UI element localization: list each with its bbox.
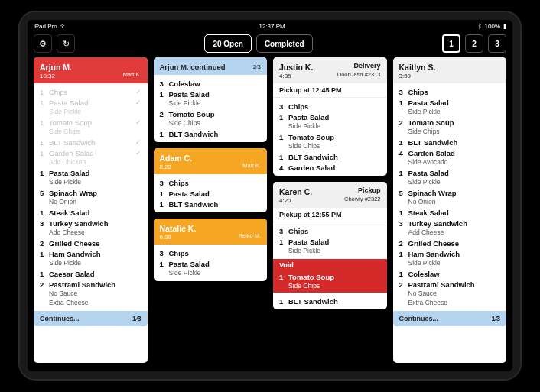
ticket-arjun[interactable]: Arjun M. 10:32 Matt K. 1Chips✓1Pasta Sal… (34, 57, 148, 363)
item-qty: 3 (160, 249, 169, 258)
ticket-line[interactable]: 1Pasta Salad (273, 112, 387, 122)
ticket-line[interactable]: 5Spinach Wrap (393, 187, 507, 198)
ticket-line[interactable]: 2Pastrami Sandwich (393, 279, 507, 290)
item-modifier: No Sauce (34, 290, 148, 299)
item-qty: 3 (160, 179, 169, 187)
ticket-body: 3Chips1Pasta Salad1BLT Sandwich (154, 174, 268, 212)
ticket-line[interactable]: 1Caesar Salad (34, 268, 148, 279)
continues-bar[interactable]: Continues... 1⁄3 (34, 311, 148, 326)
item-name: Pasta Salad (408, 169, 501, 177)
gear-icon: ⚙ (39, 39, 47, 49)
void-line[interactable]: 1Tomato Soup (273, 271, 387, 282)
column: Arjun M. continued 2⁄3 3Coleslaw1Pasta S… (154, 57, 268, 363)
ticket-line[interactable]: 1Pasta Salad (393, 167, 507, 178)
item-modifier: Side Pickle (273, 247, 387, 256)
item-qty: 4 (399, 149, 408, 157)
ticket-line[interactable]: 1Garden Salad✓ (34, 147, 148, 158)
ticket-line[interactable]: 3Turkey Sandwich (34, 218, 148, 228)
item-modifier: Add Chicken (34, 158, 148, 167)
item-modifier: Extra Cheese (34, 299, 148, 308)
item-name: Pasta Salad (408, 99, 501, 107)
continues-bar[interactable]: Continues... 1⁄3 (393, 311, 507, 326)
ticket-karen[interactable]: Karen C. 4:20 Pickup Chowly #2322 Pickup… (273, 182, 387, 309)
pickup-note: Pickup at 12:45 PM (273, 83, 387, 98)
item-name: Chips (288, 102, 381, 111)
ticket-line[interactable]: 3Chips (393, 86, 507, 97)
status-bar: iPad Pro ᯤ 12:37 PM ᛒ 100% ▮ (28, 20, 512, 31)
item-qty: 2 (40, 239, 49, 248)
ticket-line[interactable]: 1BLT Sandwich✓ (34, 137, 148, 147)
customer-name: Kaitlyn S. (399, 63, 501, 72)
ticket-line[interactable]: 1Tomato Soup (273, 131, 387, 142)
ticket-line[interactable]: 1Pasta Salad (34, 167, 148, 178)
ticket-natalie[interactable]: Natalie K. 6:38 Reiko M. 3Chips1Pasta Sa… (154, 219, 268, 281)
page-3-button[interactable]: 3 (488, 34, 506, 53)
ticket-line[interactable]: 1Steak Salad (34, 207, 148, 218)
ticket-line[interactable]: 1BLT Sandwich (273, 296, 387, 306)
ticket-line[interactable]: 3Chips (273, 101, 387, 112)
ticket-line[interactable]: 5Spinach Wrap (34, 187, 148, 198)
ticket-line[interactable]: 1Pasta Salad (273, 236, 387, 247)
ticket-line[interactable]: 2Pastrami Sandwich (34, 279, 148, 290)
page-1-button[interactable]: 1 (442, 34, 460, 53)
ticket-line[interactable]: 1BLT Sandwich (393, 137, 507, 147)
ticket-line[interactable]: 3Chips (154, 248, 268, 258)
tab-open[interactable]: 20 Open (204, 34, 251, 53)
ticket-line[interactable]: 1Ham Sandwich (34, 248, 148, 259)
ticket-line[interactable]: 1BLT Sandwich (154, 199, 268, 209)
pickup-note: Pickup at 12:55 PM (273, 208, 387, 222)
item-name: Chips (169, 179, 262, 187)
ticket-line[interactable]: 1Pasta Salad✓ (34, 97, 148, 108)
refresh-button[interactable]: ↻ (57, 34, 75, 53)
item-name: Coleslaw (408, 270, 501, 278)
ticket-line[interactable]: 3Chips (154, 177, 268, 188)
screen: iPad Pro ᯤ 12:37 PM ᛒ 100% ▮ ⚙ ↻ 20 Open… (28, 20, 512, 371)
clock: 12:37 PM (259, 23, 285, 30)
ticket-line[interactable]: 1BLT Sandwich (154, 128, 268, 139)
ticket-line[interactable]: 2Grilled Cheese (34, 238, 148, 248)
ticket-header: Adam C. 8:22 Matt K. (154, 148, 268, 174)
ticket-line[interactable]: 2Tomato Soup (393, 117, 507, 128)
ticket-line[interactable]: 1Steak Salad (393, 207, 507, 218)
page-2-button[interactable]: 2 (465, 34, 483, 53)
ticket-line[interactable]: 4Garden Salad (273, 162, 387, 173)
ticket-line[interactable]: 1Tomato Soup✓ (34, 117, 148, 128)
ticket-line[interactable]: 2Tomato Soup (154, 109, 268, 119)
item-qty: 1 (399, 99, 408, 107)
provider-label: DoorDash #2313 (337, 71, 381, 78)
refresh-icon: ↻ (63, 39, 70, 49)
item-qty: 1 (40, 250, 49, 258)
item-qty: 3 (279, 102, 288, 111)
ticket-line[interactable]: 3Coleslaw (154, 78, 268, 89)
ticket-line[interactable]: 1Pasta Salad (154, 188, 268, 199)
item-name: Chips (408, 88, 501, 96)
item-name: Tomato Soup (49, 118, 135, 127)
item-modifier: Side Pickle (273, 122, 387, 131)
ticket-justin[interactable]: Justin K. 4:35 Delivery DoorDash #2313 P… (273, 57, 387, 176)
ticket-line[interactable]: 1Coleslaw (393, 268, 507, 279)
item-modifier: Side Pickle (393, 178, 507, 187)
tab-completed[interactable]: Completed (256, 34, 313, 53)
ticket-line[interactable]: 1Chips✓ (34, 86, 148, 97)
item-qty: 1 (40, 88, 49, 96)
ticket-line[interactable]: 1Pasta Salad (154, 258, 268, 269)
page-fraction: 1⁄3 (491, 315, 500, 322)
ticket-line[interactable]: 3Turkey Sandwich (393, 218, 507, 228)
ticket-line[interactable]: 2Grilled Cheese (393, 238, 507, 248)
ticket-line[interactable]: 1Pasta Salad (393, 97, 507, 108)
item-qty: 5 (40, 189, 49, 197)
item-name: Pasta Salad (169, 190, 262, 198)
ticket-arjun-continued[interactable]: Arjun M. continued 2⁄3 3Coleslaw1Pasta S… (154, 57, 268, 142)
ticket-kaitlyn[interactable]: Kaitlyn S. 3:59 3Chips1Pasta SaladSide P… (393, 57, 507, 363)
item-modifier: No Onion (393, 198, 507, 207)
item-qty: 4 (279, 164, 288, 172)
ticket-line[interactable]: 3Chips (273, 225, 387, 236)
ticket-adam[interactable]: Adam C. 8:22 Matt K. 3Chips1Pasta Salad1… (154, 148, 268, 212)
check-icon: ✓ (135, 149, 142, 157)
ticket-line[interactable]: 1Ham Sandwich (393, 248, 507, 259)
ticket-line[interactable]: 4Garden Salad (393, 147, 507, 158)
ticket-line[interactable]: 1BLT Sandwich (273, 151, 387, 162)
ticket-line[interactable]: 1Pasta Salad (154, 89, 268, 99)
check-icon: ✓ (135, 88, 142, 96)
settings-button[interactable]: ⚙ (34, 34, 52, 53)
